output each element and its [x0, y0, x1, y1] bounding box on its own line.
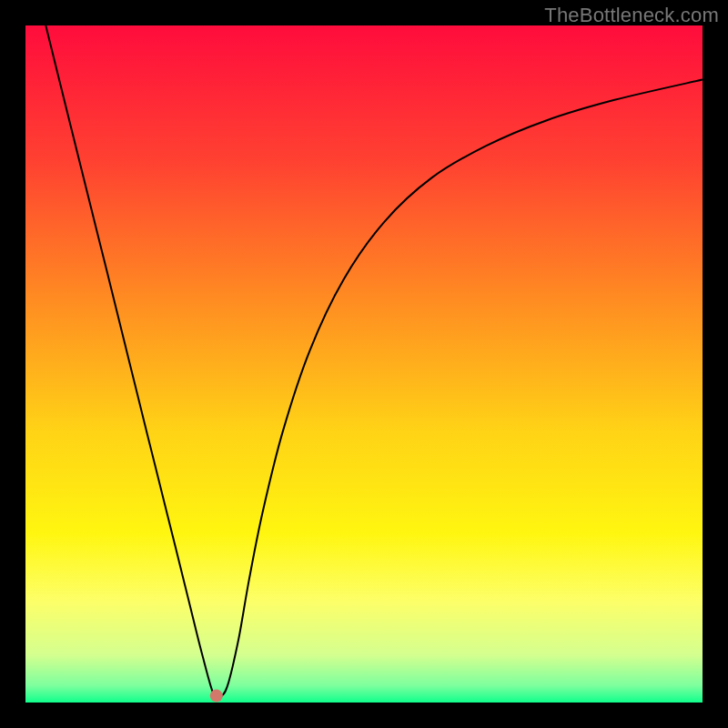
- chart-frame: [25, 25, 703, 703]
- watermark-text: TheBottleneck.com: [544, 4, 719, 27]
- gradient-background: [25, 25, 703, 703]
- minimum-marker: [210, 690, 223, 703]
- bottleneck-chart: [25, 25, 703, 703]
